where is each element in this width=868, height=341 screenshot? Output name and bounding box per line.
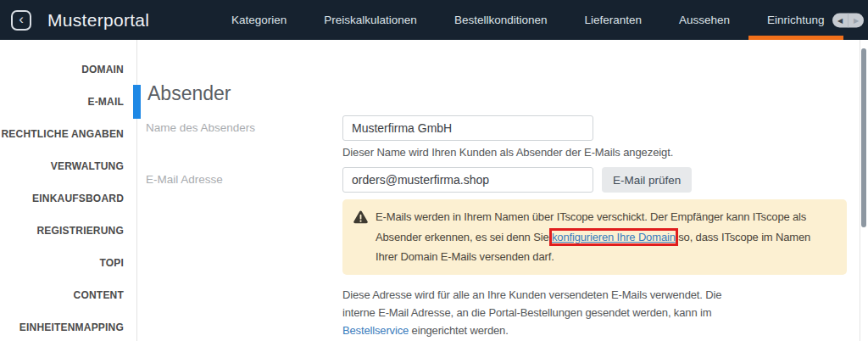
page-title: Absender <box>147 82 868 105</box>
arrow-left-icon: ◀ <box>837 16 843 24</box>
top-navigation: Kategorien Preiskalkulationen Bestellkon… <box>213 0 843 40</box>
sidebar-item-label: EINHEITENMAPPING <box>19 321 124 333</box>
sidebar-item-domain[interactable]: DOMAIN <box>0 53 136 86</box>
top-navbar: ‹ Musterportal Kategorien Preiskalkulati… <box>0 0 868 40</box>
sidebar-item-content[interactable]: CONTENT <box>0 279 136 311</box>
nav-scroll-right-button[interactable]: ▶ <box>848 13 864 27</box>
sidebar-item-label: DOMAIN <box>81 64 124 75</box>
address-note: Diese Adresse wird für alle an Ihre Kund… <box>342 286 748 339</box>
nav-item-aussehen[interactable]: Aussehen <box>660 0 748 40</box>
sender-name-label: Name des Absenders <box>146 115 342 167</box>
sidebar-item-label: TOPI <box>99 257 124 269</box>
sidebar-item-einheitenmapping[interactable]: EINHEITENMAPPING <box>0 311 136 341</box>
nav-item-bestellkonditionen[interactable]: Bestellkonditionen <box>436 0 566 40</box>
sidebar-item-label: VERWALTUNG <box>51 160 124 172</box>
sidebar-item-label: EINKAUFSBOARD <box>32 193 124 204</box>
email-label: E-Mail Adresse <box>146 167 342 339</box>
note-text-after: eingerichtet werden. <box>409 324 509 337</box>
sender-name-helper-text: Dieser Name wird Ihren Kunden als Absend… <box>342 146 868 159</box>
bestellservice-link[interactable]: Bestellservice <box>342 324 409 337</box>
note-text-before: Diese Adresse wird für alle an Ihre Kund… <box>342 288 721 319</box>
arrow-right-icon: ▶ <box>854 16 859 24</box>
active-indicator <box>133 85 141 119</box>
settings-sidebar: DOMAIN E-MAIL RECHTLICHE ANGABEN VERWALT… <box>0 40 137 341</box>
page-body: DOMAIN E-MAIL RECHTLICHE ANGABEN VERWALT… <box>0 40 868 341</box>
sidebar-item-label: CONTENT <box>74 289 124 301</box>
main-content: Absender Name des Absenders Dieser Name … <box>137 40 868 341</box>
nav-scroll-left-button[interactable]: ◀ <box>832 13 848 27</box>
back-button[interactable]: ‹ <box>11 10 31 31</box>
warning-text: E-Mails werden in Ihrem Namen über ITsco… <box>376 207 835 267</box>
email-input[interactable] <box>342 167 593 193</box>
sender-name-input[interactable] <box>342 115 593 141</box>
sidebar-item-registrierung[interactable]: REGISTRIERUNG <box>0 215 136 247</box>
nav-item-einrichtung[interactable]: Einrichtung <box>748 0 843 40</box>
sidebar-item-label: RECHTLICHE ANGABEN <box>2 128 125 140</box>
sidebar-item-topi[interactable]: TOPI <box>0 247 136 279</box>
nav-item-lieferanten[interactable]: Lieferanten <box>565 0 660 40</box>
sender-name-row: Name des Absenders Dieser Name wird Ihre… <box>146 115 868 167</box>
nav-item-preiskalkulationen[interactable]: Preiskalkulationen <box>305 0 436 40</box>
sidebar-item-label: E-MAIL <box>87 96 124 108</box>
nav-scroll-control: ◀ ▶ <box>832 13 864 27</box>
email-row: E-Mail Adresse E-Mail prüfen <box>146 167 868 339</box>
warning-banner: E-Mails werden in Ihrem Namen über ITsco… <box>342 199 847 275</box>
portal-title: Musterportal <box>47 10 149 31</box>
check-email-button[interactable]: E-Mail prüfen <box>602 167 692 193</box>
scrollbar-thumb[interactable] <box>861 48 866 227</box>
sidebar-item-label: REGISTRIERUNG <box>36 225 124 237</box>
configure-domain-link[interactable]: konfigurieren Ihre Domain <box>552 231 676 243</box>
warning-triangle-icon <box>353 207 368 267</box>
nav-item-kategorien[interactable]: Kategorien <box>213 0 305 40</box>
sidebar-item-email[interactable]: E-MAIL <box>0 86 136 118</box>
sidebar-item-verwaltung[interactable]: VERWALTUNG <box>0 150 136 182</box>
sidebar-item-rechtliche-angaben[interactable]: RECHTLICHE ANGABEN <box>0 118 136 150</box>
vertical-scrollbar[interactable] <box>860 40 868 341</box>
red-annotation-box: konfigurieren Ihre Domain <box>552 231 676 243</box>
sidebar-item-einkaufsboard[interactable]: EINKAUFSBOARD <box>0 182 136 215</box>
chevron-left-icon: ‹ <box>19 12 24 26</box>
